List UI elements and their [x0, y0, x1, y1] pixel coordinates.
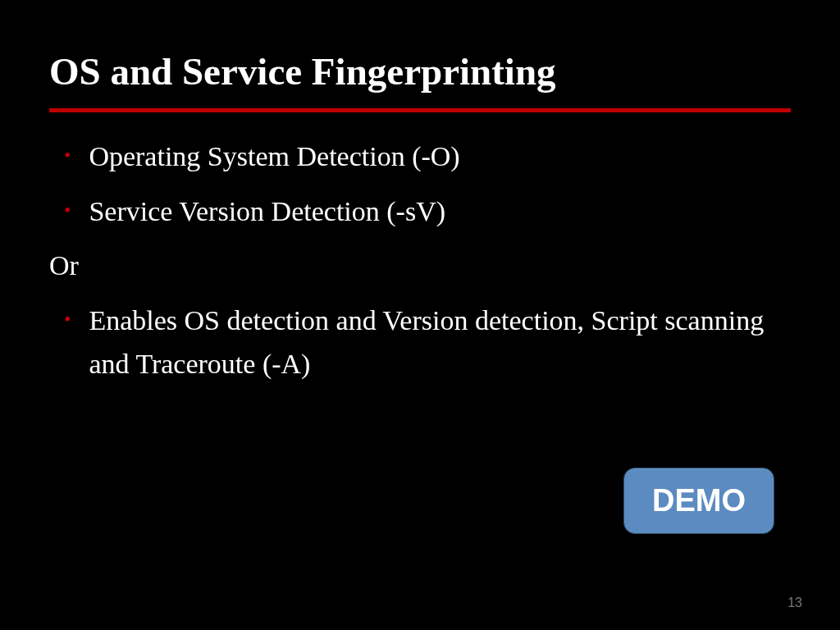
or-separator: Or	[49, 244, 791, 288]
title-underline	[49, 108, 791, 112]
demo-button[interactable]: DEMO	[623, 468, 774, 534]
bullet-text: Service Version Detection (-sV)	[89, 190, 791, 234]
bullet-icon: •	[64, 190, 71, 225]
bullet-icon: •	[64, 135, 71, 170]
slide-title: OS and Service Fingerprinting	[49, 49, 791, 94]
slide-container: OS and Service Fingerprinting • Operatin…	[0, 0, 840, 630]
bullet-icon: •	[64, 299, 71, 334]
bullet-item: • Enables OS detection and Version detec…	[49, 299, 791, 386]
bullet-item: • Operating System Detection (-O)	[49, 135, 791, 179]
bullet-item: • Service Version Detection (-sV)	[49, 190, 791, 234]
slide-content: • Operating System Detection (-O) • Serv…	[49, 135, 791, 386]
bullet-text: Operating System Detection (-O)	[89, 135, 791, 179]
bullet-text: Enables OS detection and Version detecti…	[89, 299, 791, 386]
page-number: 13	[788, 596, 802, 610]
